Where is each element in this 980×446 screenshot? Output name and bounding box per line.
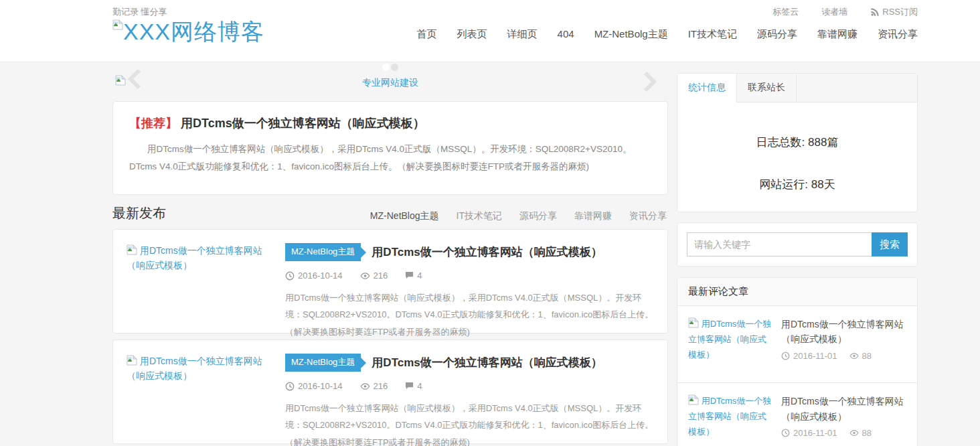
article-excerpt: 用DTcms做一个独立博客网站（响应式模板），采用DTcms V4.0正式版（M… xyxy=(285,289,654,340)
article-excerpt: 用DTcms做一个独立博客网站（响应式模板），采用DTcms V4.0正式版（M… xyxy=(285,400,654,446)
article-thumb-alt-text: 用DTcms做一个独立博客网站（响应式模板） xyxy=(127,245,262,271)
clock-icon xyxy=(781,429,790,437)
site-title: XXX网络博客 xyxy=(123,19,264,44)
comment-thumb-alt-text: 用DTcms做一个独立博客网站（响应式模板） xyxy=(688,319,771,360)
broken-image-icon xyxy=(112,19,123,30)
search-widget: 搜索 xyxy=(677,222,918,267)
article-title[interactable]: 用DTcms做一个独立博客网站（响应式模板） xyxy=(372,244,602,260)
latest-section-head: 最新发布 MZ-NetBlog主题 IT技术笔记 源码分享 靠谱网赚 资讯分享 xyxy=(112,204,667,222)
article-views: 216 xyxy=(360,271,388,281)
broken-image-icon xyxy=(688,394,699,405)
article-date: 2016-10-14 xyxy=(285,381,343,391)
carousel-dot[interactable] xyxy=(391,64,398,71)
featured-post-excerpt: 用DTcms做一个独立博客网站（响应式模板），采用DTcms V4.0正式版（M… xyxy=(129,141,651,176)
site-slogan: 勤记录 懂分享 xyxy=(112,6,167,18)
eye-icon xyxy=(849,429,859,437)
article-category-badge[interactable]: MZ-NetBlog主题 xyxy=(285,243,361,261)
article-thumbnail[interactable]: 用DTcms做一个独立博客网站（响应式模板） xyxy=(127,354,270,430)
comment-article-date: 2016-11-01 xyxy=(781,428,837,438)
rss-icon xyxy=(870,7,880,17)
featured-post-title[interactable]: 用DTcms做一个独立博客网站（响应式模板） xyxy=(181,117,425,130)
article-title[interactable]: 用DTcms做一个独立博客网站（响应式模板） xyxy=(372,355,602,370)
main-nav: 首页 列表页 详细页 404 MZ-NetBolg主题 IT技术笔记 源码分享 … xyxy=(417,23,918,41)
stat-total-posts: 日志总数: 888篇 xyxy=(677,135,917,150)
broken-image-icon xyxy=(127,244,137,255)
nav-item-home[interactable]: 首页 xyxy=(417,28,437,41)
article-thumbnail[interactable]: 用DTcms做一个独立博客网站（响应式模板） xyxy=(127,243,270,319)
recommend-flag: 【推荐】 xyxy=(129,117,177,130)
comment-article-item[interactable]: 用DTcms做一个独立博客网站（响应式模板） 用DTcms做一个独立博客网站（响… xyxy=(677,306,917,382)
article-thumb-alt-text: 用DTcms做一个独立博客网站（响应式模板） xyxy=(127,356,262,381)
comment-article-title: 用DTcms做一个独立博客网站（响应式模板） xyxy=(781,317,906,347)
tab-contact-admin[interactable]: 联系站长 xyxy=(737,74,797,102)
carousel-caption-link[interactable]: 专业网站建设 xyxy=(112,77,668,89)
recent-comments-title: 最新评论文章 xyxy=(677,278,917,306)
topbar-link-rss[interactable]: RSS订阅 xyxy=(870,6,918,18)
nav-item-source-share[interactable]: 源码分享 xyxy=(757,28,797,41)
sidebar: 统计信息 联系站长 日志总数: 888篇 网站运行: 88天 搜索 最新评论文章… xyxy=(677,62,918,446)
carousel-dots[interactable] xyxy=(382,64,398,71)
latest-section-title: 最新发布 xyxy=(112,204,166,222)
recent-comments-widget: 最新评论文章 用DTcms做一个独立博客网站（响应式模板） 用DTcms做一个独… xyxy=(677,277,918,446)
nav-item-it-notes[interactable]: IT技术笔记 xyxy=(688,28,737,41)
latest-tab-source-share[interactable]: 源码分享 xyxy=(519,210,557,222)
site-logo[interactable]: XXX网络博客 xyxy=(112,19,264,44)
comment-article-title: 用DTcms做一个独立博客网站（响应式模板） xyxy=(781,394,906,424)
nav-item-list[interactable]: 列表页 xyxy=(457,28,487,41)
comment-article-thumbnail: 用DTcms做一个独立博客网站（响应式模板） xyxy=(688,394,772,439)
comment-icon xyxy=(405,382,414,390)
carousel-dot-active[interactable] xyxy=(382,64,390,71)
article-category-badge[interactable]: MZ-NetBlog主题 xyxy=(285,354,361,372)
clock-icon xyxy=(781,352,790,360)
comment-article-item[interactable]: 用DTcms做一个独立博客网站（响应式模板） 用DTcms做一个独立博客网站（响… xyxy=(677,382,917,446)
comment-article-date: 2016-11-01 xyxy=(781,351,837,361)
comment-article-thumbnail: 用DTcms做一个独立博客网站（响应式模板） xyxy=(688,317,772,362)
carousel-next-button[interactable] xyxy=(641,70,659,96)
comment-article-views: 88 xyxy=(849,428,872,438)
stat-site-uptime: 网站运行: 88天 xyxy=(677,177,917,192)
comment-thumb-alt-text: 用DTcms做一个独立博客网站（响应式模板） xyxy=(688,396,771,437)
comment-article-views: 88 xyxy=(849,351,872,361)
latest-tab-it-notes[interactable]: IT技术笔记 xyxy=(457,210,502,222)
eye-icon xyxy=(849,352,859,360)
latest-tab-info-share[interactable]: 资讯分享 xyxy=(629,210,667,222)
nav-item-mz-netbolg[interactable]: MZ-NetBolg主题 xyxy=(594,28,668,41)
search-input[interactable] xyxy=(687,232,872,256)
clock-icon xyxy=(285,382,295,391)
article-comments: 4 xyxy=(405,381,422,391)
featured-post-card: 【推荐】 用DTcms做一个独立博客网站（响应式模板） 用DTcms做一个独立博… xyxy=(112,101,668,195)
topbar-link-reader-wall[interactable]: 读者墙 xyxy=(821,6,847,18)
carousel: 专业网站建设 xyxy=(112,62,668,100)
site-header: 勤记录 懂分享 标签云 读者墙 RSS订阅 XXX网络博客 首 xyxy=(0,0,980,62)
chevron-right-icon xyxy=(641,84,659,95)
topbar: 勤记录 懂分享 标签云 读者墙 RSS订阅 xyxy=(112,0,918,18)
nav-item-money[interactable]: 靠谱网赚 xyxy=(817,28,858,41)
broken-image-icon xyxy=(127,355,137,366)
eye-icon xyxy=(360,272,370,280)
article-card: 用DTcms做一个独立博客网站（响应式模板） MZ-NetBlog主题 用DTc… xyxy=(112,229,668,333)
article-comments: 4 xyxy=(405,271,422,281)
eye-icon xyxy=(360,382,370,390)
tab-stats-info[interactable]: 统计信息 xyxy=(677,74,737,102)
nav-item-404[interactable]: 404 xyxy=(558,28,574,41)
comment-icon xyxy=(405,271,414,280)
nav-item-info-share[interactable]: 资讯分享 xyxy=(878,28,918,41)
latest-tab-money[interactable]: 靠谱网赚 xyxy=(574,210,612,222)
nav-item-detail[interactable]: 详细页 xyxy=(507,28,538,41)
stats-widget: 统计信息 联系站长 日志总数: 888篇 网站运行: 88天 xyxy=(677,73,918,212)
topbar-link-tag-cloud[interactable]: 标签云 xyxy=(772,6,799,18)
clock-icon xyxy=(285,271,295,281)
article-card: 用DTcms做一个独立博客网站（响应式模板） MZ-NetBlog主题 用DTc… xyxy=(112,340,668,444)
article-views: 216 xyxy=(360,381,388,391)
latest-tab-mz-netblog[interactable]: MZ-NetBlog主题 xyxy=(370,210,439,222)
search-button[interactable]: 搜索 xyxy=(872,232,908,256)
article-date: 2016-10-14 xyxy=(285,271,343,281)
broken-image-icon xyxy=(688,317,699,328)
